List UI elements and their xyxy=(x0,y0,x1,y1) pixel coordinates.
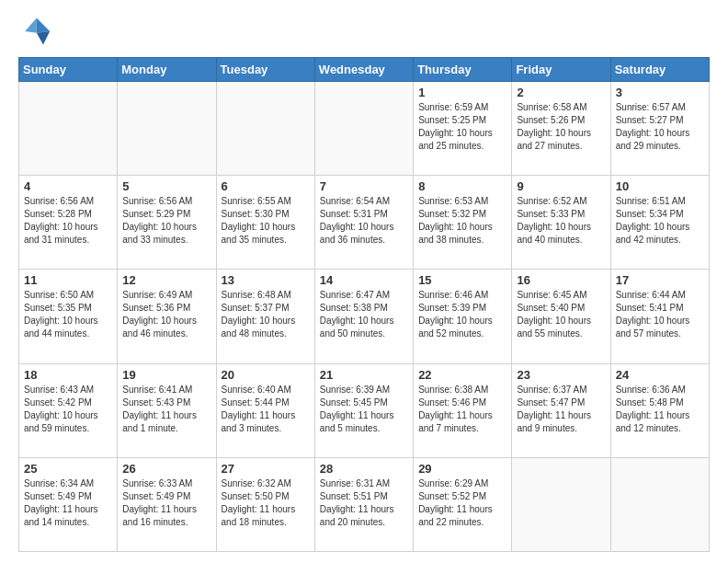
day-info: Sunrise: 6:59 AM Sunset: 5:25 PM Dayligh… xyxy=(418,101,506,153)
day-cell: 24Sunrise: 6:36 AM Sunset: 5:48 PM Dayli… xyxy=(610,363,709,457)
day-cell xyxy=(314,82,413,176)
day-info: Sunrise: 6:57 AM Sunset: 5:27 PM Dayligh… xyxy=(616,101,704,153)
day-info: Sunrise: 6:54 AM Sunset: 5:31 PM Dayligh… xyxy=(320,195,408,247)
day-cell: 10Sunrise: 6:51 AM Sunset: 5:34 PM Dayli… xyxy=(610,176,709,270)
day-number: 6 xyxy=(222,179,310,193)
day-number: 4 xyxy=(24,179,112,193)
week-row-2: 4Sunrise: 6:56 AM Sunset: 5:28 PM Daylig… xyxy=(19,176,710,270)
day-info: Sunrise: 6:51 AM Sunset: 5:34 PM Dayligh… xyxy=(616,195,704,247)
day-cell: 14Sunrise: 6:47 AM Sunset: 5:38 PM Dayli… xyxy=(314,270,413,363)
day-info: Sunrise: 6:46 AM Sunset: 5:39 PM Dayligh… xyxy=(418,289,506,340)
day-number: 22 xyxy=(418,368,506,382)
col-header-sunday: Sunday xyxy=(19,58,118,82)
day-info: Sunrise: 6:58 AM Sunset: 5:26 PM Dayligh… xyxy=(517,101,605,153)
day-number: 28 xyxy=(320,462,408,476)
svg-marker-1 xyxy=(37,31,50,44)
day-info: Sunrise: 6:29 AM Sunset: 5:52 PM Dayligh… xyxy=(418,477,506,529)
day-number: 7 xyxy=(320,179,408,193)
day-cell xyxy=(610,457,709,551)
day-number: 15 xyxy=(418,273,506,287)
day-info: Sunrise: 6:47 AM Sunset: 5:38 PM Dayligh… xyxy=(320,289,408,340)
day-info: Sunrise: 6:36 AM Sunset: 5:48 PM Dayligh… xyxy=(616,384,704,435)
day-cell: 5Sunrise: 6:56 AM Sunset: 5:29 PM Daylig… xyxy=(118,176,216,270)
day-info: Sunrise: 6:40 AM Sunset: 5:44 PM Dayligh… xyxy=(222,384,310,435)
day-number: 10 xyxy=(616,179,704,193)
day-info: Sunrise: 6:50 AM Sunset: 5:35 PM Dayligh… xyxy=(24,289,112,340)
svg-marker-2 xyxy=(25,18,37,33)
day-cell: 23Sunrise: 6:37 AM Sunset: 5:47 PM Dayli… xyxy=(512,363,610,457)
day-number: 13 xyxy=(222,273,310,287)
day-info: Sunrise: 6:43 AM Sunset: 5:42 PM Dayligh… xyxy=(24,384,112,435)
day-cell: 20Sunrise: 6:40 AM Sunset: 5:44 PM Dayli… xyxy=(216,363,314,457)
day-cell xyxy=(118,82,216,176)
day-cell: 21Sunrise: 6:39 AM Sunset: 5:45 PM Dayli… xyxy=(314,363,413,457)
day-number: 19 xyxy=(122,368,210,382)
day-cell: 9Sunrise: 6:52 AM Sunset: 5:33 PM Daylig… xyxy=(512,176,610,270)
day-cell: 2Sunrise: 6:58 AM Sunset: 5:26 PM Daylig… xyxy=(512,82,610,176)
day-info: Sunrise: 6:56 AM Sunset: 5:29 PM Dayligh… xyxy=(122,195,210,247)
day-info: Sunrise: 6:56 AM Sunset: 5:28 PM Dayligh… xyxy=(24,195,112,247)
day-info: Sunrise: 6:38 AM Sunset: 5:46 PM Dayligh… xyxy=(418,384,506,435)
day-cell xyxy=(216,82,314,176)
col-header-monday: Monday xyxy=(118,58,216,82)
day-info: Sunrise: 6:39 AM Sunset: 5:45 PM Dayligh… xyxy=(320,384,408,435)
day-cell xyxy=(19,82,118,176)
col-header-thursday: Thursday xyxy=(414,58,512,82)
day-info: Sunrise: 6:48 AM Sunset: 5:37 PM Dayligh… xyxy=(222,289,310,340)
week-row-3: 11Sunrise: 6:50 AM Sunset: 5:35 PM Dayli… xyxy=(19,270,710,363)
col-header-saturday: Saturday xyxy=(610,58,709,82)
day-cell: 12Sunrise: 6:49 AM Sunset: 5:36 PM Dayli… xyxy=(118,270,216,363)
day-cell: 25Sunrise: 6:34 AM Sunset: 5:49 PM Dayli… xyxy=(19,457,118,551)
svg-marker-0 xyxy=(37,18,50,33)
day-number: 17 xyxy=(616,273,704,287)
day-cell: 27Sunrise: 6:32 AM Sunset: 5:50 PM Dayli… xyxy=(216,457,314,551)
day-number: 27 xyxy=(222,462,310,476)
day-number: 12 xyxy=(122,273,210,287)
day-number: 2 xyxy=(517,86,605,99)
day-number: 18 xyxy=(24,368,112,382)
day-info: Sunrise: 6:55 AM Sunset: 5:30 PM Dayligh… xyxy=(222,195,310,247)
day-info: Sunrise: 6:53 AM Sunset: 5:32 PM Dayligh… xyxy=(418,195,506,247)
page: SundayMondayTuesdayWednesdayThursdayFrid… xyxy=(0,0,728,563)
day-cell: 26Sunrise: 6:33 AM Sunset: 5:49 PM Dayli… xyxy=(118,457,216,551)
day-info: Sunrise: 6:37 AM Sunset: 5:47 PM Dayligh… xyxy=(517,384,605,435)
day-number: 20 xyxy=(222,368,310,382)
day-number: 5 xyxy=(122,179,210,193)
day-cell: 8Sunrise: 6:53 AM Sunset: 5:32 PM Daylig… xyxy=(414,176,512,270)
day-number: 16 xyxy=(517,273,605,287)
logo-icon xyxy=(18,15,51,48)
day-number: 24 xyxy=(616,368,704,382)
header-row: SundayMondayTuesdayWednesdayThursdayFrid… xyxy=(19,58,710,82)
header xyxy=(18,15,710,48)
day-number: 14 xyxy=(320,273,408,287)
day-cell: 19Sunrise: 6:41 AM Sunset: 5:43 PM Dayli… xyxy=(118,363,216,457)
day-cell: 28Sunrise: 6:31 AM Sunset: 5:51 PM Dayli… xyxy=(314,457,413,551)
day-info: Sunrise: 6:44 AM Sunset: 5:41 PM Dayligh… xyxy=(616,289,704,340)
day-cell: 17Sunrise: 6:44 AM Sunset: 5:41 PM Dayli… xyxy=(610,270,709,363)
day-info: Sunrise: 6:33 AM Sunset: 5:49 PM Dayligh… xyxy=(122,477,210,529)
calendar-table: SundayMondayTuesdayWednesdayThursdayFrid… xyxy=(18,57,710,552)
day-cell xyxy=(512,457,610,551)
day-cell: 18Sunrise: 6:43 AM Sunset: 5:42 PM Dayli… xyxy=(19,363,118,457)
day-number: 8 xyxy=(418,179,506,193)
day-cell: 1Sunrise: 6:59 AM Sunset: 5:25 PM Daylig… xyxy=(414,82,512,176)
day-number: 25 xyxy=(24,462,112,476)
day-number: 11 xyxy=(24,273,112,287)
col-header-wednesday: Wednesday xyxy=(314,58,413,82)
day-info: Sunrise: 6:49 AM Sunset: 5:36 PM Dayligh… xyxy=(122,289,210,340)
day-cell: 13Sunrise: 6:48 AM Sunset: 5:37 PM Dayli… xyxy=(216,270,314,363)
day-cell: 15Sunrise: 6:46 AM Sunset: 5:39 PM Dayli… xyxy=(414,270,512,363)
day-cell: 29Sunrise: 6:29 AM Sunset: 5:52 PM Dayli… xyxy=(414,457,512,551)
day-cell: 4Sunrise: 6:56 AM Sunset: 5:28 PM Daylig… xyxy=(19,176,118,270)
day-number: 29 xyxy=(418,462,506,476)
day-cell: 7Sunrise: 6:54 AM Sunset: 5:31 PM Daylig… xyxy=(314,176,413,270)
day-cell: 22Sunrise: 6:38 AM Sunset: 5:46 PM Dayli… xyxy=(414,363,512,457)
day-number: 26 xyxy=(122,462,210,476)
day-cell: 11Sunrise: 6:50 AM Sunset: 5:35 PM Dayli… xyxy=(19,270,118,363)
logo xyxy=(18,15,55,48)
week-row-4: 18Sunrise: 6:43 AM Sunset: 5:42 PM Dayli… xyxy=(19,363,710,457)
week-row-1: 1Sunrise: 6:59 AM Sunset: 5:25 PM Daylig… xyxy=(19,82,710,176)
day-info: Sunrise: 6:52 AM Sunset: 5:33 PM Dayligh… xyxy=(517,195,605,247)
day-number: 21 xyxy=(320,368,408,382)
day-cell: 3Sunrise: 6:57 AM Sunset: 5:27 PM Daylig… xyxy=(610,82,709,176)
